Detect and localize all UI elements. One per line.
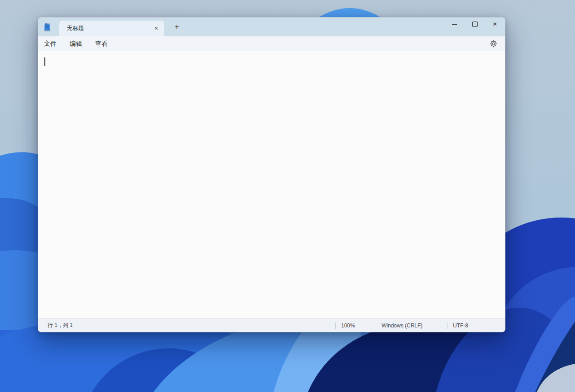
menu-edit[interactable]: 编辑: [70, 36, 82, 51]
tab-untitled[interactable]: 无标题 ✕: [59, 21, 164, 36]
new-tab-button[interactable]: +: [171, 21, 183, 33]
tab-close-icon[interactable]: ✕: [152, 24, 161, 33]
text-caret: [44, 57, 45, 66]
statusbar-encoding[interactable]: UTF-8: [448, 319, 505, 332]
encoding-label: UTF-8: [453, 322, 468, 329]
maximize-button[interactable]: [465, 17, 485, 31]
minimize-button[interactable]: [444, 17, 465, 31]
statusbar: 行 1，列 1 100% Windows (CRLF) UTF-8: [38, 318, 505, 332]
menu-view[interactable]: 查看: [95, 36, 108, 51]
close-icon: ✕: [492, 22, 497, 27]
titlebar[interactable]: 无标题 ✕ + ✕: [38, 17, 505, 36]
plus-icon: +: [175, 22, 179, 31]
minimize-icon: [452, 24, 457, 25]
menubar: 文件 编辑 查看: [38, 36, 505, 51]
line-ending-label: Windows (CRLF): [382, 322, 422, 329]
close-button[interactable]: ✕: [485, 17, 505, 31]
caption-buttons: ✕: [444, 17, 505, 36]
statusbar-line-ending[interactable]: Windows (CRLF): [376, 319, 447, 332]
notepad-window: 无标题 ✕ + ✕ 文件 编辑 查看: [38, 17, 505, 332]
text-editor-area[interactable]: [38, 51, 505, 318]
statusbar-cursor-position: 行 1，列 1: [38, 319, 335, 332]
zoom-level-label: 100%: [341, 322, 355, 329]
tab-title: 无标题: [59, 25, 152, 32]
cursor-position-label: 行 1，列 1: [48, 322, 73, 329]
menu-file[interactable]: 文件: [44, 36, 57, 51]
gear-icon: [490, 40, 497, 48]
notepad-icon: [44, 23, 52, 32]
maximize-icon: [472, 22, 478, 27]
settings-button[interactable]: [489, 39, 498, 48]
desktop: 无标题 ✕ + ✕ 文件 编辑 查看: [0, 0, 575, 392]
statusbar-zoom[interactable]: 100%: [336, 319, 376, 332]
